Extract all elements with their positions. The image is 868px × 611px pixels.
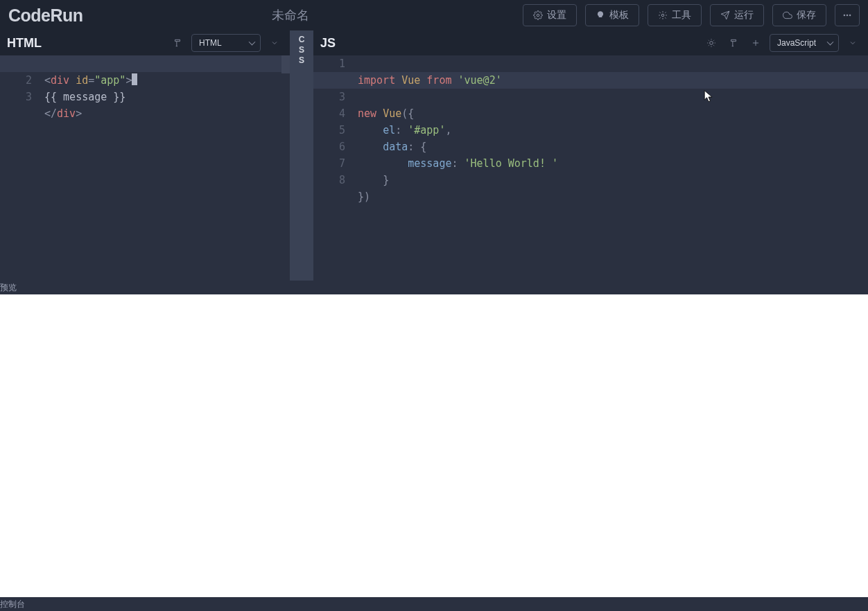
svg-point-2 [844,15,845,16]
format-button[interactable] [169,35,186,51]
js-code[interactable]: import Vue from 'vue@2' new Vue({ el: '#… [358,55,868,281]
send-icon [720,10,730,20]
preview-label: 预览 [0,281,868,294]
bulb-icon [596,10,605,20]
save-label: 保存 [797,9,816,21]
add-button[interactable] [747,35,764,51]
html-code[interactable]: <div id="app"> {{ message }} </div> [44,55,290,281]
tools-button[interactable]: 工具 [648,4,702,26]
js-lang-select[interactable]: JavaScript [770,34,839,52]
line-number: 4 [313,105,345,122]
sun-icon [706,38,716,48]
editors-row: HTML HTML 1 2 3 <div id="app"> {{ messag… [0,30,868,281]
theme-button[interactable] [703,35,720,51]
svg-point-3 [847,15,848,16]
line-number: 7 [313,155,345,172]
more-icon [842,10,852,20]
templates-button[interactable]: 模板 [585,4,639,26]
js-lang-value: JavaScript [777,38,816,48]
js-gutter: 1 2 3 4 5 6 7 8 [313,55,358,281]
html-panel: HTML HTML 1 2 3 <div id="app"> {{ messag… [0,30,290,281]
chevron-down-icon [270,39,279,47]
css-letter: S [299,45,304,55]
line-number: 3 [313,89,345,105]
app-logo: CodeRun [8,6,83,26]
preview-pane[interactable] [0,294,868,597]
save-button[interactable]: 保存 [772,4,826,26]
collapse-button[interactable] [844,35,861,51]
js-panel-title: JS [320,36,336,51]
js-panel-header: JS JavaScript [313,30,868,55]
settings-label: 设置 [547,9,566,21]
line-number: 6 [313,139,345,155]
minimap[interactable] [281,55,290,73]
html-lang-value: HTML [199,38,222,48]
css-panel-collapsed[interactable]: C S S [290,30,313,281]
wrench-icon [658,10,668,20]
css-letter: S [299,55,304,66]
console-label[interactable]: 控制台 [0,597,868,611]
format-icon [729,38,738,48]
html-panel-title: HTML [7,36,42,51]
topbar: CodeRun 未命名 设置 模板 工具 运行 保存 [0,0,868,30]
line-number: 3 [0,89,32,105]
format-button[interactable] [725,35,742,51]
html-editor[interactable]: 1 2 3 <div id="app"> {{ message }} </div… [0,55,290,281]
svg-point-0 [537,14,539,17]
tools-label: 工具 [672,9,691,21]
line-number: 5 [313,122,345,139]
run-label: 运行 [734,9,754,21]
css-letter: C [299,35,305,45]
templates-label: 模板 [609,9,629,21]
line-number: 2 [0,72,32,89]
html-gutter: 1 2 3 [0,55,44,281]
cloud-icon [783,10,792,20]
line-number: 8 [313,172,345,188]
html-panel-header: HTML HTML [0,30,290,55]
svg-point-1 [661,14,664,17]
js-panel: JS JavaScript 1 2 3 4 5 6 7 8 import Vue [313,30,868,281]
more-button[interactable] [835,4,860,26]
settings-button[interactable]: 设置 [523,4,577,26]
html-lang-select[interactable]: HTML [191,34,261,52]
text-cursor [132,73,137,85]
collapse-button[interactable] [266,35,283,51]
gear-icon [533,10,543,20]
chevron-down-icon [849,39,857,47]
js-editor[interactable]: 1 2 3 4 5 6 7 8 import Vue from 'vue@2' … [313,55,868,281]
svg-point-5 [710,42,713,45]
project-title[interactable]: 未命名 [272,7,309,24]
format-icon [173,38,182,48]
svg-point-4 [849,15,851,16]
line-number: 1 [313,55,345,72]
run-button[interactable]: 运行 [710,4,764,26]
plus-icon [751,38,761,48]
